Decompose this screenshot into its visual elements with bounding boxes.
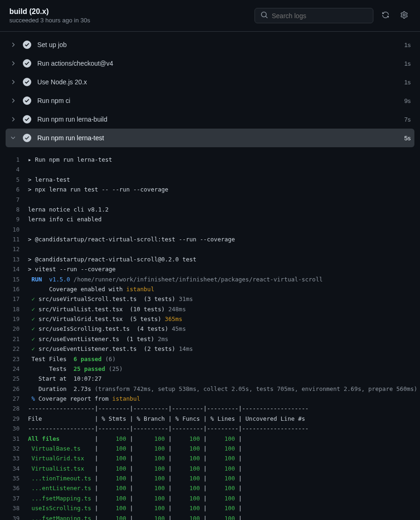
line-number: 36 [9, 484, 28, 493]
line-number: 33 [9, 454, 28, 463]
step-name: Set up job [37, 41, 399, 48]
log-line: 14> vitest --run --coverage [0, 264, 420, 274]
page-subtitle: succeeded 3 hours ago in 30s [9, 17, 255, 24]
line-text: > @candidstartup/react-virtual-scroll:te… [28, 235, 235, 244]
search-icon [261, 11, 272, 20]
chevron-right-icon [9, 97, 17, 104]
line-text: ✓ src/VirtualList.test.tsx (10 tests) 24… [28, 305, 186, 314]
line-number: 23 [9, 355, 28, 363]
log-line: 16 Coverage enabled with istanbul [0, 284, 420, 294]
search-box[interactable] [255, 8, 373, 23]
log-line: 10 [0, 225, 420, 234]
line-number: 30 [9, 424, 28, 433]
chevron-down-icon [9, 134, 17, 142]
line-number: 32 [9, 444, 28, 453]
log-line: 31All files | 100 | 100 | 100 | 100 | [0, 434, 420, 444]
step-duration: 9s [404, 97, 411, 104]
line-text: Start at 10:07:27 [28, 374, 102, 383]
log-line: 33 VirtualGrid.tsx | 100 | 100 | 100 | 1… [0, 453, 420, 463]
check-circle-icon [22, 115, 32, 124]
log-line: 38 useIsScrolling.ts | 100 | 100 | 100 |… [0, 503, 420, 513]
log-line: 18 ✓ src/VirtualList.test.tsx (10 tests)… [0, 304, 420, 314]
header: build (20.x) succeeded 3 hours ago in 30… [0, 0, 420, 32]
log-line: 6> npx lerna run test -- --run --coverag… [0, 185, 420, 194]
line-text: Duration 2.73s (transform 742ms, setup 5… [28, 384, 417, 393]
log-line: 35 ...tionTimeout.ts | 100 | 100 | 100 |… [0, 473, 420, 483]
chevron-right-icon [9, 78, 17, 86]
page-title: build (20.x) [9, 7, 255, 16]
step-row[interactable]: Run actions/checkout@v41s [0, 54, 420, 73]
line-number: 38 [9, 504, 28, 513]
line-text: % Coverage report from istanbul [28, 394, 140, 403]
line-number: 18 [9, 305, 28, 314]
line-number: 29 [9, 414, 28, 423]
line-number: 37 [9, 494, 28, 503]
step-row[interactable]: Run npm run lerna-test5s [6, 129, 414, 147]
log-line: 17 ✓ src/useVirtualScroll.test.ts (3 tes… [0, 294, 420, 304]
step-row[interactable]: Use Node.js 20.x1s [0, 73, 420, 91]
step-row[interactable]: Run npm ci9s [0, 91, 420, 110]
line-text: ✓ src/useVirtualScroll.test.ts (3 tests)… [28, 294, 193, 303]
line-text: lerna info ci enabled [28, 215, 102, 224]
log-line: 1▸ Run npm run lerna-test [0, 155, 420, 164]
step-name: Run npm run lerna-build [37, 116, 399, 123]
line-text: File | % Stmts | % Branch | % Funcs | % … [28, 414, 309, 423]
line-text: ...entListener.ts | 100 | 100 | 100 | 10… [28, 484, 309, 493]
log-line: 39 ...fsetMapping.ts | 100 | 100 | 100 |… [0, 513, 420, 520]
step-duration: 1s [404, 41, 411, 48]
check-circle-icon [22, 77, 32, 87]
line-number: 31 [9, 434, 28, 443]
line-number: 21 [9, 335, 28, 343]
line-number: 28 [9, 404, 28, 413]
step-name: Run npm ci [37, 97, 399, 104]
chevron-right-icon [9, 116, 17, 123]
log-line: 19 ✓ src/VirtualGrid.test.tsx (5 tests) … [0, 314, 420, 324]
steps-list: Set up job1sRun actions/checkout@v41sUse… [0, 32, 420, 151]
check-circle-icon [22, 133, 32, 143]
refresh-icon [382, 11, 389, 20]
log-line: 11> @candidstartup/react-virtual-scroll:… [0, 234, 420, 244]
line-number: 14 [9, 265, 28, 274]
check-circle-icon [22, 40, 32, 49]
check-circle-icon [22, 96, 32, 105]
log-line: 29File | % Stmts | % Branch | % Funcs | … [0, 414, 420, 424]
settings-button[interactable] [398, 8, 411, 23]
line-number: 5 [9, 175, 28, 184]
line-text: > @candidstartup/react-virtual-scroll@0.… [28, 255, 196, 264]
log-line: 32 VirtualBase.ts | 100 | 100 | 100 | 10… [0, 444, 420, 453]
line-text: ...fsetMapping.ts | 100 | 100 | 100 | 10… [28, 494, 309, 503]
log-line: 36 ...entListener.ts | 100 | 100 | 100 |… [0, 483, 420, 493]
refresh-button[interactable] [379, 8, 392, 23]
log-line: 8lerna notice cli v8.1.2 [0, 205, 420, 214]
line-text: Tests 25 passed (25) [28, 364, 123, 373]
step-duration: 5s [404, 135, 411, 142]
line-number: 16 [9, 285, 28, 294]
gear-icon [400, 11, 408, 20]
line-text: > lerna-test [28, 175, 70, 184]
check-circle-icon [22, 59, 32, 68]
log-line: 15 RUN v1.5.0 /home/runner/work/infinish… [0, 274, 420, 284]
log-line: 20 ✓ src/useIsScrolling.test.ts (4 tests… [0, 324, 420, 334]
line-text: lerna notice cli v8.1.2 [28, 205, 109, 214]
log-line: 4 [0, 164, 420, 174]
line-text: ✓ src/VirtualGrid.test.tsx (5 tests) 365… [28, 315, 182, 323]
line-number: 20 [9, 324, 28, 333]
log-line: 34 VirtualList.tsx | 100 | 100 | 100 | 1… [0, 464, 420, 473]
line-text: > npx lerna run test -- --run --coverage [28, 185, 168, 194]
line-text: VirtualList.tsx | 100 | 100 | 100 | 100 … [28, 464, 309, 473]
line-text: > vitest --run --coverage [28, 265, 116, 274]
line-text: ✓ src/useEventListener.ts (1 test) 2ms [28, 335, 168, 343]
line-number: 27 [9, 394, 28, 403]
line-number: 34 [9, 464, 28, 473]
log-line: 22 ✓ src/useEventListener.test.ts (2 tes… [0, 344, 420, 354]
log-line: 13> @candidstartup/react-virtual-scroll@… [0, 254, 420, 264]
step-row[interactable]: Set up job1s [0, 35, 420, 54]
line-text: -------------------|---------|----------… [28, 404, 309, 413]
line-text: -------------------|---------|----------… [28, 424, 309, 433]
line-text: useIsScrolling.ts | 100 | 100 | 100 | 10… [28, 504, 309, 513]
step-row[interactable]: Run npm run lerna-build7s [0, 110, 420, 129]
line-number: 24 [9, 364, 28, 373]
search-input[interactable] [272, 12, 367, 20]
line-text: All files | 100 | 100 | 100 | 100 | [28, 434, 309, 443]
line-number: 12 [9, 245, 28, 253]
